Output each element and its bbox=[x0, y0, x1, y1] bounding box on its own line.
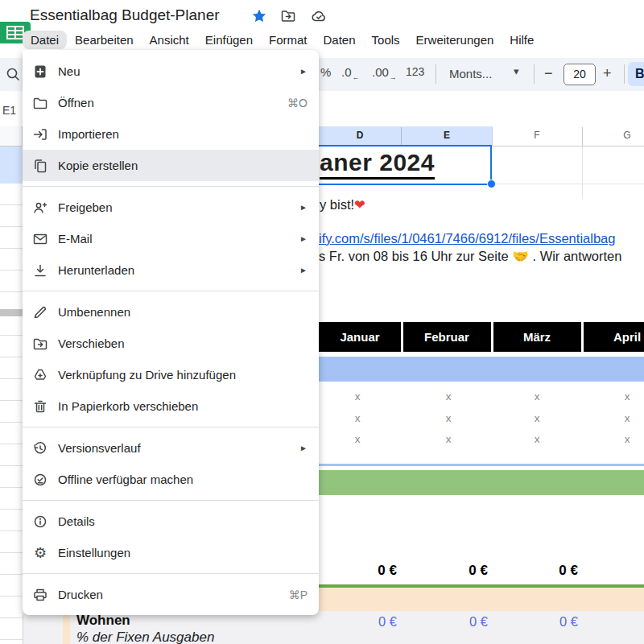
increase-font-size-button[interactable]: + bbox=[603, 65, 612, 82]
menu-erweiterungen[interactable]: Erweiterungen bbox=[408, 31, 502, 49]
cell-x[interactable]: x bbox=[529, 390, 545, 402]
cell-x[interactable]: x bbox=[619, 433, 635, 445]
menu-separator bbox=[23, 427, 319, 427]
corner-header-cell[interactable] bbox=[0, 126, 23, 147]
total-cell[interactable]: 0 € bbox=[353, 563, 397, 579]
intro-cell[interactable]: y bist!❤ bbox=[320, 197, 365, 213]
menu-item-umbenennen[interactable]: Umbenennen bbox=[23, 296, 319, 328]
cloud-saved-icon[interactable] bbox=[311, 8, 327, 24]
row-header-1[interactable] bbox=[0, 147, 23, 184]
menu-item-drucken[interactable]: Drucken ⌘P bbox=[23, 579, 319, 610]
increase-decimal-button[interactable]: .00→ bbox=[372, 65, 396, 79]
menu-item-verschieben[interactable]: Verschieben bbox=[23, 328, 319, 359]
left-arrow-icon: ← bbox=[353, 73, 360, 81]
menu-item-versionsverlauf[interactable]: Versionsverlauf ► bbox=[23, 432, 319, 464]
menu-datei[interactable]: Datei bbox=[23, 31, 67, 49]
import-icon bbox=[32, 126, 48, 142]
folder-icon bbox=[32, 95, 48, 111]
column-header-g[interactable]: G bbox=[611, 130, 643, 141]
cell-x[interactable]: x bbox=[349, 390, 365, 402]
menu-ansicht[interactable]: Ansicht bbox=[142, 31, 197, 49]
google-sheets-app: % .0← .00→ 123 Monts... ▾ − 20 + B E1 D … bbox=[0, 0, 644, 644]
menu-separator bbox=[23, 500, 319, 501]
value-cell[interactable]: 0 € bbox=[534, 614, 578, 630]
info-icon bbox=[32, 514, 48, 530]
cell-x[interactable]: x bbox=[440, 412, 456, 424]
move-to-folder-icon[interactable] bbox=[280, 8, 296, 24]
cell-x[interactable]: x bbox=[349, 433, 365, 445]
menu-daten[interactable]: Daten bbox=[316, 31, 364, 49]
share-person-icon bbox=[32, 200, 48, 216]
header-gridline bbox=[582, 127, 583, 146]
name-box[interactable]: E1 bbox=[2, 104, 16, 117]
row-header-strip[interactable] bbox=[0, 184, 23, 644]
trash-icon bbox=[32, 398, 48, 415]
menu-item-oeffnen[interactable]: Öffnen ⌘O bbox=[23, 87, 319, 118]
font-size-input[interactable]: 20 bbox=[564, 64, 596, 85]
menu-einfuegen[interactable]: Einfügen bbox=[197, 31, 261, 49]
percent-row-cell[interactable]: % der Fixen Ausgaben bbox=[76, 630, 214, 644]
heart-icon: ❤ bbox=[354, 197, 365, 212]
menu-item-einstellungen[interactable]: ⚙ Einstellungen bbox=[23, 537, 319, 568]
cell-x[interactable]: x bbox=[619, 412, 635, 424]
download-icon bbox=[32, 262, 48, 279]
cell-x[interactable]: x bbox=[440, 433, 456, 445]
history-icon bbox=[32, 440, 48, 456]
gridline bbox=[492, 184, 644, 184]
column-header-f[interactable]: F bbox=[521, 130, 553, 141]
menu-item-importieren[interactable]: Importieren bbox=[23, 118, 319, 150]
menu-item-drive-verknuepfung[interactable]: Verknüpfung zu Drive hinzufügen bbox=[23, 359, 319, 390]
font-family-select[interactable]: Monts... bbox=[449, 67, 492, 80]
handshake-icon: 🤝 bbox=[512, 249, 529, 263]
printer-icon bbox=[32, 587, 48, 603]
file-link[interactable]: ify.com/s/files/1/0461/7466/6912/files/E… bbox=[319, 231, 615, 246]
percent-format-button[interactable]: % bbox=[320, 65, 331, 79]
search-icon[interactable] bbox=[5, 66, 21, 82]
menu-item-papierkorb[interactable]: In Papierkorb verschieben bbox=[23, 390, 319, 422]
menu-separator bbox=[23, 291, 319, 291]
fill-handle[interactable] bbox=[487, 180, 496, 188]
month-label: April bbox=[583, 322, 644, 352]
menu-item-offline[interactable]: Offline verfügbar machen bbox=[23, 464, 319, 495]
total-cell[interactable]: 0 € bbox=[534, 563, 578, 579]
bold-button[interactable]: B bbox=[628, 62, 644, 86]
move-folder-icon bbox=[32, 336, 48, 352]
menu-hilfe[interactable]: Hilfe bbox=[502, 31, 542, 49]
column-header-d[interactable]: D bbox=[344, 130, 376, 141]
menu-bearbeiten[interactable]: Bearbeiten bbox=[67, 31, 142, 49]
menu-item-details[interactable]: Details bbox=[23, 506, 319, 537]
wohnen-cell[interactable]: Wohnen bbox=[76, 613, 130, 629]
menu-item-kopie-erstellen[interactable]: Kopie erstellen bbox=[23, 150, 319, 181]
copy-icon bbox=[32, 158, 48, 174]
column-header-e[interactable]: E bbox=[431, 130, 463, 141]
menu-item-neu[interactable]: Neu ► bbox=[23, 56, 319, 87]
menu-format[interactable]: Format bbox=[261, 31, 316, 49]
cell-x[interactable]: x bbox=[349, 412, 365, 424]
number-format-button[interactable]: 123 bbox=[406, 65, 424, 78]
decrease-font-size-button[interactable]: − bbox=[544, 65, 553, 82]
toolbar-divider bbox=[624, 64, 625, 84]
value-cell[interactable]: 0 € bbox=[353, 614, 397, 630]
chevron-down-icon[interactable]: ▾ bbox=[514, 65, 519, 77]
menu-item-freigeben[interactable]: Freigeben ► bbox=[23, 192, 319, 223]
cell-x[interactable]: x bbox=[619, 390, 635, 402]
menu-tools[interactable]: Tools bbox=[364, 31, 408, 49]
cell-x[interactable]: x bbox=[440, 390, 456, 402]
menu-item-email[interactable]: E-Mail ► bbox=[23, 223, 319, 254]
header-gridline bbox=[401, 127, 402, 146]
menu-item-herunterladen[interactable]: Herunterladen ► bbox=[23, 254, 319, 286]
cell-x[interactable]: x bbox=[529, 412, 545, 424]
cell-x[interactable]: x bbox=[529, 433, 545, 445]
document-title[interactable]: Essentialbag Budget-Planer bbox=[30, 6, 220, 24]
total-cell[interactable]: 0 € bbox=[444, 563, 488, 579]
month-label: Februar bbox=[402, 322, 491, 352]
menu-separator bbox=[23, 186, 319, 187]
right-arrow-icon: → bbox=[390, 73, 397, 81]
menu-bar: Datei Bearbeiten Ansicht Einfügen Format… bbox=[23, 29, 542, 50]
decrease-decimal-button[interactable]: .0← bbox=[341, 65, 359, 79]
peach-column-strip bbox=[63, 611, 70, 644]
value-cell[interactable]: 0 € bbox=[444, 614, 488, 630]
support-cell[interactable]: s Fr. von 08 bis 16 Uhr zur Seite 🤝 . Wi… bbox=[319, 249, 621, 264]
star-icon[interactable] bbox=[251, 8, 267, 24]
new-file-icon bbox=[32, 64, 48, 80]
